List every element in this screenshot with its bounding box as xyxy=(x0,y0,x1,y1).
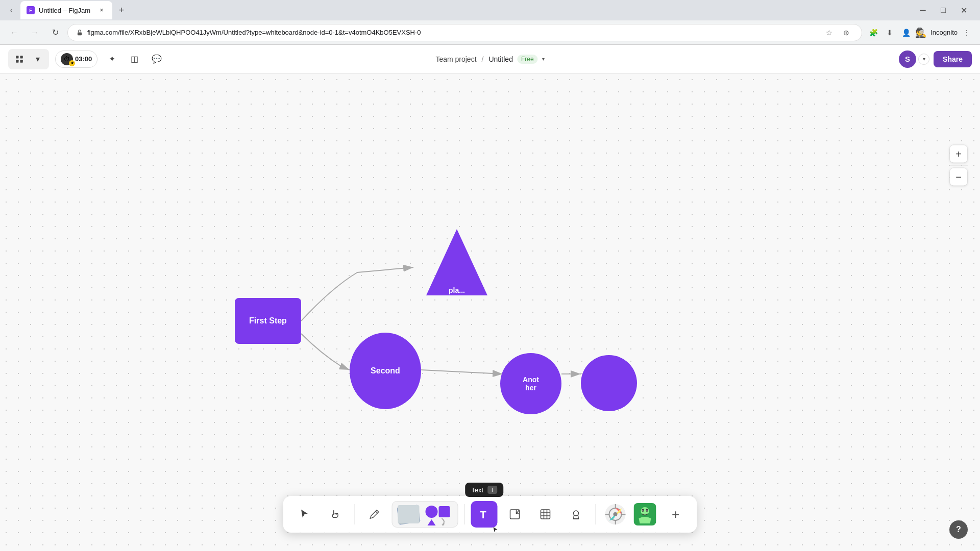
second-label: Second xyxy=(371,366,400,375)
profile-button[interactable]: 👤 xyxy=(899,26,913,40)
plugin-2-button[interactable] xyxy=(632,501,658,528)
back-button[interactable]: ← xyxy=(6,24,22,41)
timer-button[interactable]: ⏱ ★ 03:00 xyxy=(55,51,97,68)
svg-point-30 xyxy=(647,510,648,511)
text-tool-button[interactable]: T Text T xyxy=(471,501,498,528)
toolbar-divider-1 xyxy=(355,504,355,524)
plugin-1-button[interactable] xyxy=(602,501,629,528)
svg-point-24 xyxy=(614,512,618,516)
tooltip-label: Text xyxy=(471,486,483,494)
add-icon: + xyxy=(672,507,679,522)
bookmark-button[interactable]: ☆ xyxy=(822,26,836,40)
first-step-node[interactable]: First Step xyxy=(235,298,301,344)
shapes-preview-button[interactable] xyxy=(392,501,458,528)
text-icon: T xyxy=(478,508,491,520)
triangle-shape xyxy=(426,229,487,295)
hand-icon xyxy=(330,509,341,520)
figjam-app: ▾ ⏱ ★ 03:00 ✦ ◫ 💬 Team project / Untitle… xyxy=(0,45,980,551)
toolbar-divider-2 xyxy=(464,504,465,524)
zoom-controls: + − xyxy=(949,145,968,186)
url-bar[interactable]: figma.com/file/XRxbBjeWLbiQHPOO41JyWm/Un… xyxy=(67,24,862,41)
zoom-divider xyxy=(949,165,968,166)
another-node[interactable]: Anot her xyxy=(500,353,561,414)
zoom-out-button[interactable]: − xyxy=(949,168,968,186)
pen-icon xyxy=(369,509,380,520)
svg-rect-10 xyxy=(439,506,450,517)
cursor-icon xyxy=(299,509,310,520)
first-step-label: First Step xyxy=(249,316,287,325)
tab-close-button[interactable]: × xyxy=(97,6,106,15)
menu-button[interactable]: ⋮ xyxy=(960,26,974,40)
figjam-toolbar: T Text T xyxy=(283,496,697,533)
pen-tool-button[interactable] xyxy=(361,501,388,528)
avatar-chevron[interactable]: ▾ xyxy=(918,54,929,65)
triangle-node[interactable]: pla... xyxy=(426,229,487,300)
zoom-in-button[interactable]: + xyxy=(949,145,968,163)
figjam-canvas[interactable]: First Step pla... Second Anot her + − ? xyxy=(0,73,980,551)
chat-button[interactable]: 💬 xyxy=(149,51,165,67)
svg-rect-0 xyxy=(78,32,82,35)
timer-text: 03:00 xyxy=(75,55,92,63)
view-button[interactable]: ◫ xyxy=(126,51,142,67)
extensions-button[interactable]: 🧩 xyxy=(866,26,880,40)
plugins-area xyxy=(602,501,658,528)
close-window-button[interactable]: ✕ xyxy=(955,2,972,18)
chrome-actions: 🧩 ⬇ 👤 🕵 Incognito ⋮ xyxy=(866,26,974,40)
left-tools: ▾ ⏱ ★ 03:00 ✦ ◫ 💬 xyxy=(8,49,165,69)
incognito-label: Incognito xyxy=(930,29,958,36)
second-node[interactable]: Second xyxy=(350,333,421,409)
svg-rect-8 xyxy=(398,505,420,523)
sticky-tool-button[interactable] xyxy=(502,501,528,528)
another-label: Anot her xyxy=(523,375,539,392)
text-tool-tooltip: Text T xyxy=(465,483,503,497)
lock-icon xyxy=(76,29,83,36)
share-button[interactable]: Share xyxy=(934,51,972,67)
circle2-node[interactable] xyxy=(581,355,637,411)
toolbar-divider-3 xyxy=(596,504,596,524)
shapes-preview-svg xyxy=(397,503,453,525)
page-title: Untitled xyxy=(488,55,512,63)
grid-icon xyxy=(15,55,24,64)
help-button[interactable]: ? xyxy=(949,520,968,539)
cursor-tool-button[interactable] xyxy=(291,501,318,528)
plugin-1-icon xyxy=(604,503,627,525)
forward-button[interactable]: → xyxy=(27,24,43,41)
download-button[interactable]: ⬇ xyxy=(883,26,897,40)
project-link[interactable]: Team project xyxy=(435,55,476,63)
svg-marker-11 xyxy=(428,519,436,525)
add-plugin-button[interactable]: + xyxy=(663,501,689,528)
svg-rect-1 xyxy=(16,56,18,58)
tab-list-button[interactable]: ‹ xyxy=(4,3,18,17)
maximize-button[interactable]: □ xyxy=(935,2,951,18)
title-separator: / xyxy=(482,55,484,63)
table-tool-button[interactable] xyxy=(532,501,559,528)
chevron-down-button[interactable]: ▾ xyxy=(30,51,46,67)
active-tab[interactable]: F Untitled – FigJam × xyxy=(20,1,112,19)
user-avatar[interactable]: S xyxy=(899,51,916,68)
svg-rect-3 xyxy=(16,60,18,62)
stamp-icon xyxy=(570,508,582,520)
plugin-2-icon xyxy=(634,503,656,525)
new-tab-button[interactable]: + xyxy=(114,3,129,17)
extension-button[interactable]: ⊕ xyxy=(839,26,853,40)
right-actions: S ▾ Share xyxy=(899,51,972,68)
url-text: figma.com/file/XRxbBjeWLbiQHPOO41JyWm/Un… xyxy=(87,29,818,36)
table-icon xyxy=(540,508,552,520)
plan-chevron[interactable]: ▾ xyxy=(542,56,545,62)
ai-button[interactable]: ✦ xyxy=(104,51,120,67)
tools-menu-button[interactable] xyxy=(11,51,28,67)
center-title: Team project / Untitled Free ▾ xyxy=(435,55,544,64)
refresh-button[interactable]: ↻ xyxy=(47,24,63,41)
minimize-button[interactable]: ─ xyxy=(915,2,931,18)
stamp-tool-button[interactable] xyxy=(563,501,590,528)
svg-rect-15 xyxy=(541,510,550,519)
timer-avatar: ⏱ ★ xyxy=(61,53,73,65)
sticky-icon xyxy=(509,508,521,520)
svg-rect-4 xyxy=(20,60,23,62)
svg-point-29 xyxy=(643,510,644,511)
svg-text:T: T xyxy=(480,509,486,520)
cursor-overlay xyxy=(493,522,499,529)
svg-point-20 xyxy=(574,511,579,516)
hand-tool-button[interactable] xyxy=(322,501,349,528)
svg-point-9 xyxy=(426,506,438,518)
